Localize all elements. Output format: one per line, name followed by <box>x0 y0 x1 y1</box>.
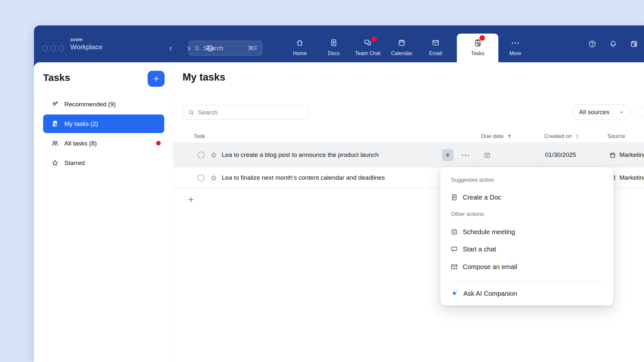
menu-item-start-chat[interactable]: Start a chat <box>441 242 613 256</box>
email-icon <box>431 38 440 47</box>
sidebar-title: Tasks <box>43 72 70 83</box>
nav-tasks-label: Tasks <box>471 51 484 56</box>
menu-item-ask-ai-companion[interactable]: Ask AI Companion <box>441 286 613 301</box>
task-checkbox[interactable] <box>197 151 205 159</box>
nav-team-chat[interactable]: Team Chat <box>351 25 385 62</box>
schedule-calendar-icon[interactable] <box>630 39 638 48</box>
nav-more-label: More <box>509 51 521 56</box>
nav-email-label: Email <box>429 51 442 56</box>
tasks-search[interactable] <box>183 105 309 120</box>
brand-zoom: zoom <box>70 37 103 42</box>
nav-home[interactable]: Home <box>283 25 317 62</box>
star-icon[interactable] <box>210 151 217 159</box>
sort-ascending-icon <box>506 133 513 140</box>
menu-item-label: Ask AI Companion <box>463 290 517 297</box>
window-close-button[interactable] <box>42 45 48 51</box>
page-title: My tasks <box>183 71 225 83</box>
brand-workplace: Workplace <box>70 43 103 50</box>
tasks-search-input[interactable] <box>198 109 304 116</box>
sidebar-item-recommended[interactable]: Recommended (9) <box>43 95 164 113</box>
sources-filter-label: All sources <box>579 109 609 116</box>
task-row-1[interactable]: Lea to create a blog post to announce th… <box>173 143 644 167</box>
column-due-date[interactable]: Due date <box>481 129 513 143</box>
nav-home-label: Home <box>293 51 307 56</box>
sidebar-item-label: Recommended (9) <box>64 101 116 108</box>
star-icon <box>51 159 59 167</box>
people-icon <box>51 139 59 147</box>
sidebar-item-label: Starred <box>64 159 85 167</box>
menu-item-label: Compose an email <box>463 263 517 271</box>
sort-chevrons-icon <box>574 133 580 139</box>
task-created-on: 01/30/2025 <box>545 151 576 158</box>
sources-filter-button[interactable]: All sources <box>572 104 630 120</box>
task-source: Marketing <box>620 174 644 181</box>
new-task-button[interactable] <box>148 71 165 87</box>
star-icon[interactable] <box>210 174 217 182</box>
window-minimize-button[interactable] <box>50 45 56 51</box>
back-icon[interactable] <box>168 46 174 52</box>
sparkle-icon <box>51 100 59 108</box>
sidebar-item-all-tasks[interactable]: All tasks (8) <box>43 134 164 153</box>
menu-item-compose-email[interactable]: Compose an email <box>441 260 613 274</box>
chevron-down-icon <box>618 109 625 115</box>
sidebar-item-label: My tasks (2) <box>64 120 98 128</box>
other-actions-label: Other actions <box>451 211 484 218</box>
suggested-action-label: Suggested action <box>451 177 494 183</box>
sidebar-item-starred[interactable]: Starred <box>43 154 164 172</box>
window-zoom-button[interactable] <box>58 45 64 51</box>
task-title[interactable]: Lea to finalize next month’s content cal… <box>222 174 385 181</box>
column-task[interactable]: Task <box>194 129 205 143</box>
nav-email[interactable]: Email <box>419 25 453 62</box>
global-search[interactable]: Search ⌘F <box>189 41 262 55</box>
top-right-actions <box>588 25 638 62</box>
nav-docs[interactable]: Docs <box>317 25 351 62</box>
help-icon[interactable] <box>588 39 597 48</box>
search-icon <box>194 45 200 52</box>
menu-item-label: Schedule meeting <box>463 228 515 236</box>
top-bar: zoom Workplace Search ⌘F <box>34 25 644 62</box>
brand-logo: zoom Workplace <box>70 37 103 50</box>
column-created-on[interactable]: Created on <box>544 129 580 143</box>
search-shortcut: ⌘F <box>248 45 257 52</box>
menu-item-label: Create a Doc <box>463 194 501 201</box>
plus-icon <box>152 75 160 83</box>
row-more-icon[interactable] <box>461 154 470 157</box>
source-calendar-icon <box>609 152 616 159</box>
add-task-plus-icon <box>187 196 195 204</box>
team-chat-badge <box>372 37 377 42</box>
ai-companion-button[interactable] <box>442 149 454 161</box>
more-icon <box>511 38 520 45</box>
search-icon <box>188 109 195 116</box>
ai-actions-menu: Suggested action Create a Doc Other acti… <box>440 167 614 306</box>
envelope-icon <box>450 263 458 271</box>
chat-bubble-icon <box>450 245 458 253</box>
menu-item-create-doc[interactable]: Create a Doc <box>441 190 613 204</box>
tasks-badge <box>479 35 485 41</box>
task-checkbox[interactable] <box>197 174 205 182</box>
all-tasks-badge <box>156 141 161 145</box>
clipped-filter-button[interactable] <box>639 104 644 120</box>
nav-more[interactable]: More <box>498 25 532 62</box>
nav-calendar[interactable]: Calendar <box>385 25 419 62</box>
ai-sparkle-icon <box>444 152 451 159</box>
calendar-icon <box>397 38 406 47</box>
sidebar-item-my-tasks[interactable]: My tasks (2) <box>43 114 164 133</box>
team-chat-icon <box>363 38 372 47</box>
calendar-plus-icon <box>450 228 458 236</box>
sidebar-item-label: All tasks (8) <box>64 140 97 147</box>
doc-icon <box>450 193 458 201</box>
sidebar-items: Recommended (9) My tasks (2) <box>43 95 164 173</box>
task-title[interactable]: Lea to create a blog post to announce th… <box>222 151 379 158</box>
nav-tasks-active-tab[interactable]: Tasks <box>457 34 498 62</box>
menu-item-schedule-meeting[interactable]: Schedule meeting <box>441 225 613 239</box>
screen: zoom Workplace Search ⌘F <box>0 0 644 362</box>
nav-calendar-label: Calendar <box>391 51 412 56</box>
nav-team-chat-label: Team Chat <box>355 51 380 56</box>
column-source[interactable]: Source <box>607 129 625 143</box>
add-due-date-icon[interactable] <box>483 151 491 159</box>
menu-item-label: Start a chat <box>463 246 496 253</box>
top-nav: Home Docs Team Chat <box>283 25 532 62</box>
clipboard-check-icon <box>51 120 59 128</box>
ai-sparkle-icon <box>450 289 459 298</box>
notifications-bell-icon[interactable] <box>609 39 618 48</box>
